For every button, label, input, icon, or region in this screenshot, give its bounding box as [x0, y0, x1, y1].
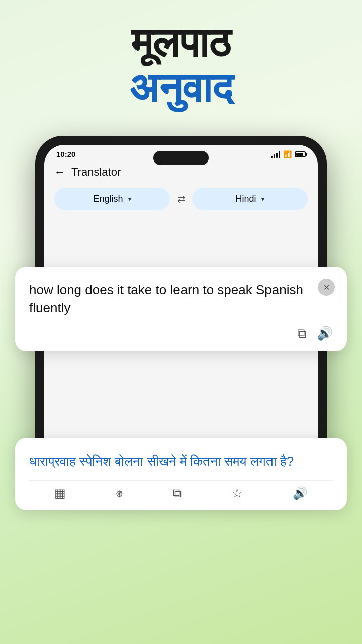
volume-icon[interactable]: 🔊 [317, 326, 333, 341]
input-actions: ⧉ 🔊 [29, 326, 333, 341]
app-title: Translator [71, 166, 121, 179]
wifi-icon: 📶 [283, 150, 292, 158]
volume-output-icon[interactable]: 🔊 [293, 486, 308, 500]
output-actions: ▦ ⎈ ⧉ ☆ 🔊 [29, 480, 333, 500]
input-text: how long does it take to learn to speak … [29, 281, 333, 317]
target-lang-chevron-icon: ▾ [261, 196, 264, 203]
star-icon[interactable]: ☆ [232, 486, 243, 500]
output-card: धाराप्रवाह स्पेनिश बोलना सीखने में कितना… [15, 438, 347, 510]
swap-languages-button[interactable]: ⇄ [170, 188, 192, 210]
source-lang-chevron-icon: ▾ [128, 196, 131, 203]
copy-icon[interactable]: ⧉ [297, 326, 307, 341]
title-original: मूलपाठ [0, 20, 362, 65]
back-arrow-icon[interactable]: ← [54, 166, 65, 179]
input-card: how long does it take to learn to speak … [15, 267, 347, 351]
copy-output-icon[interactable]: ⧉ [173, 486, 182, 500]
phone-notch [153, 151, 209, 165]
share-icon[interactable]: ⎈ [116, 486, 123, 500]
title-translated: अनुवाद [0, 65, 362, 111]
source-lang-button[interactable]: English ▾ [54, 188, 170, 210]
status-time: 10:20 [56, 150, 75, 158]
status-icons: 📶 [271, 150, 306, 158]
lang-selector-row: English ▾ ⇄ Hindi ▾ [44, 184, 318, 216]
header-section: मूलपाठ अनुवाद [0, 0, 362, 121]
signal-bars-icon [271, 151, 280, 158]
fullscreen-icon[interactable]: ▦ [54, 486, 66, 500]
output-text: धाराप्रवाह स्पेनिश बोलना सीखने में कितना… [29, 452, 333, 471]
target-lang-button[interactable]: Hindi ▾ [192, 188, 308, 210]
target-lang-label: Hindi [235, 194, 256, 204]
clear-button[interactable]: ✕ [318, 279, 335, 296]
battery-icon [295, 151, 306, 157]
source-lang-label: English [93, 194, 123, 204]
